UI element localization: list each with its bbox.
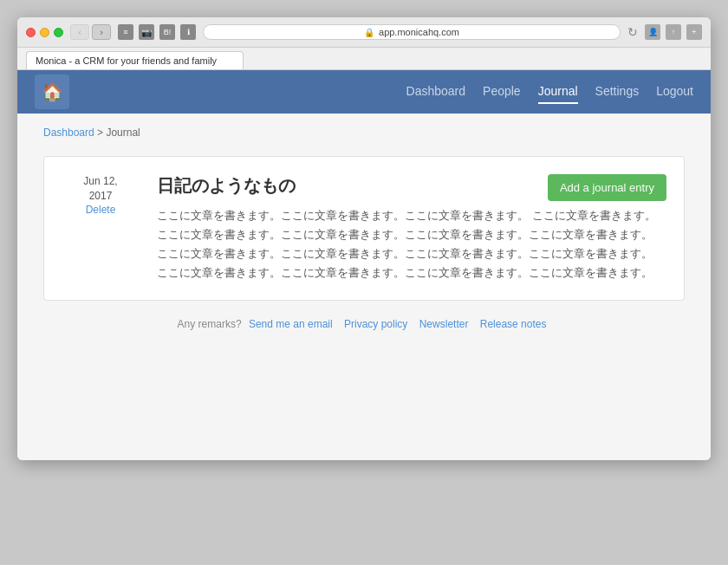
bookmark-icon[interactable]: B! <box>159 24 175 40</box>
layers-icon[interactable]: ≡ <box>118 24 133 40</box>
nav-links: Dashboard People Journal Settings Logout <box>406 80 693 104</box>
forward-button[interactable]: › <box>92 24 111 40</box>
toolbar-icons: ≡ 📷 B! ℹ <box>118 24 196 40</box>
user-icon[interactable]: 👤 <box>645 24 660 40</box>
lock-icon: 🔒 <box>364 28 374 37</box>
breadcrumb-current: Journal <box>106 127 140 139</box>
page-content: Dashboard > Journal Add a journal entry … <box>17 114 711 460</box>
nav-logout[interactable]: Logout <box>656 80 693 104</box>
delete-entry-link[interactable]: Delete <box>86 204 116 216</box>
breadcrumb: Dashboard > Journal <box>43 127 685 139</box>
app-nav: 🏠 Dashboard People Journal Settings Logo… <box>17 70 711 114</box>
nav-journal[interactable]: Journal <box>538 80 578 104</box>
info-icon[interactable]: ℹ <box>180 24 196 40</box>
camera-icon[interactable]: 📷 <box>139 24 154 40</box>
nav-dashboard[interactable]: Dashboard <box>406 80 466 104</box>
reload-button[interactable]: ↻ <box>627 25 638 39</box>
tab-title: Monica - a CRM for your friends and fami… <box>36 55 217 66</box>
close-button[interactable] <box>26 28 36 37</box>
browser-titlebar: ‹ › ≡ 📷 B! ℹ 🔒 app.monicahq.com ↻ 👤 ↑ + <box>17 17 711 48</box>
footer-privacy[interactable]: Privacy policy <box>344 318 407 330</box>
back-button[interactable]: ‹ <box>70 24 89 40</box>
breadcrumb-separator: > <box>97 127 106 139</box>
footer-send-email[interactable]: Send me an email <box>249 318 333 330</box>
app-logo: 🏠 <box>35 75 69 109</box>
url-text: app.monicahq.com <box>379 27 459 37</box>
address-bar[interactable]: 🔒 app.monicahq.com <box>203 24 621 40</box>
nav-people[interactable]: People <box>483 80 521 104</box>
footer-remarks: Any remarks? <box>178 318 242 330</box>
share-icon[interactable]: ↑ <box>666 24 681 40</box>
maximize-button[interactable] <box>54 28 63 37</box>
logo-emoji: 🏠 <box>42 81 63 102</box>
browser-window: ‹ › ≡ 📷 B! ℹ 🔒 app.monicahq.com ↻ 👤 ↑ + … <box>17 17 711 460</box>
nav-buttons: ‹ › <box>70 24 111 40</box>
footer: Any remarks? Send me an email Privacy po… <box>43 301 685 347</box>
add-journal-entry-button[interactable]: Add a journal entry <box>548 174 666 201</box>
entry-date: Jun 12, 2017 Delete <box>70 174 131 282</box>
entry-text: ここに文章を書きます。ここに文章を書きます。ここに文章を書きます。 ここに文章を… <box>157 206 658 282</box>
breadcrumb-home[interactable]: Dashboard <box>43 127 94 139</box>
footer-release-notes[interactable]: Release notes <box>480 318 547 330</box>
tab-bar: Monica - a CRM for your friends and fami… <box>17 48 711 70</box>
browser-actions: 👤 ↑ + <box>645 24 702 40</box>
date-line2: 2017 <box>70 189 131 204</box>
menu-icon[interactable]: + <box>686 24 702 40</box>
footer-newsletter[interactable]: Newsletter <box>419 318 469 330</box>
address-bar-area: 🔒 app.monicahq.com ↻ <box>203 24 638 40</box>
main-card: Add a journal entry Jun 12, 2017 Delete … <box>43 156 685 301</box>
nav-settings[interactable]: Settings <box>595 80 640 104</box>
minimize-button[interactable] <box>40 28 49 37</box>
date-line1: Jun 12, <box>70 174 131 189</box>
traffic-lights <box>26 28 63 37</box>
active-tab[interactable]: Monica - a CRM for your friends and fami… <box>26 51 244 69</box>
